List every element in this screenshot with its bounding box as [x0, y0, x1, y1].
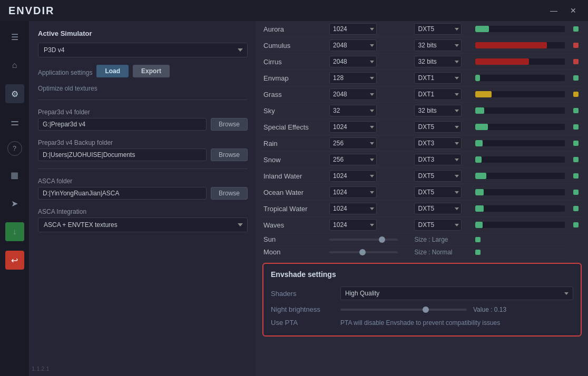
row-label-4: Grass: [260, 86, 326, 103]
divider2: [38, 169, 248, 169]
p3d-folder-row: Browse: [38, 118, 248, 131]
format-select-10[interactable]: DXT5: [414, 186, 462, 198]
export-button[interactable]: Export: [133, 65, 170, 77]
app-title: ENVDIR: [8, 5, 547, 17]
sidebar-icon-display[interactable]: ▦: [5, 165, 24, 184]
p3d-backup-input[interactable]: [38, 149, 207, 161]
envshade-title: Envshade settings: [271, 270, 573, 279]
sun-slider-thumb[interactable]: [379, 236, 385, 243]
moon-size-label: Size : Normal: [411, 246, 472, 259]
night-brightness-slider[interactable]: [340, 309, 467, 311]
shaders-row: Shaders High Quality: [271, 284, 573, 303]
row-label-8: Snow: [260, 152, 326, 168]
size-select-9[interactable]: 1024: [329, 170, 377, 182]
quality-bar-fill-11: [475, 205, 483, 212]
quality-bar-fill-9: [475, 173, 486, 179]
title-bar: ENVDIR — ✕: [0, 0, 588, 21]
size-select-12[interactable]: 1024: [329, 219, 377, 231]
format-select-1[interactable]: 32 bits: [414, 39, 462, 51]
quality-bar-fill-6: [475, 124, 488, 130]
status-dot-9: [573, 173, 579, 179]
quality-bar-bg-6: [475, 124, 565, 130]
size-select-3[interactable]: 128: [329, 72, 377, 84]
quality-bar-fill-12: [475, 222, 483, 228]
row-label-2: Cirrus: [260, 54, 326, 70]
size-select-6[interactable]: 1024: [329, 121, 377, 133]
moon-slider-track[interactable]: [329, 251, 398, 253]
size-select-4[interactable]: 2048: [329, 88, 377, 100]
asca-integration-select[interactable]: ASCA + ENVTEX textures: [38, 217, 248, 232]
p3d-backup-browse-button[interactable]: Browse: [211, 149, 248, 161]
format-select-12[interactable]: DXT5: [414, 219, 462, 231]
night-brightness-thumb[interactable]: [423, 306, 429, 313]
status-dot-11: [573, 206, 579, 211]
quality-bar-bg-0: [475, 26, 565, 32]
format-select-7[interactable]: DXT3: [414, 137, 462, 149]
status-dot-6: [573, 124, 579, 130]
sun-slider-track[interactable]: [329, 239, 398, 241]
size-select-1[interactable]: 2048: [329, 39, 377, 51]
table-row: Snow 256 DXT3: [260, 152, 584, 168]
close-button[interactable]: ✕: [567, 5, 580, 16]
main-layout: ☰ ⌂ ⚙ ⚌ ? ▦ ➤ ↓ ↩ Active Simulator P3D v…: [0, 21, 588, 376]
size-select-0[interactable]: 1024: [329, 23, 377, 35]
use-pta-row: Use PTA PTA will disable Envshade to pre…: [271, 316, 573, 329]
row-label-0: Aurora: [260, 21, 326, 37]
left-panel: Active Simulator P3D v4 Application sett…: [30, 21, 256, 376]
row-label-11: Tropical Water: [260, 201, 326, 217]
size-select-5[interactable]: 32: [329, 105, 377, 116]
sidebar-icon-download[interactable]: ↓: [5, 222, 24, 241]
minimize-button[interactable]: —: [547, 5, 561, 16]
sidebar-icon-home[interactable]: ⌂: [5, 56, 24, 75]
shaders-select[interactable]: High Quality: [340, 286, 573, 300]
size-select-2[interactable]: 2048: [329, 56, 377, 67]
load-button[interactable]: Load: [96, 65, 129, 77]
format-select-2[interactable]: 32 bits: [414, 56, 462, 67]
sidebar-icon-send[interactable]: ➤: [5, 194, 24, 213]
sidebar-icon-equalizer[interactable]: ⚌: [5, 113, 24, 132]
asca-integration-label: ASCA Integration: [38, 208, 248, 215]
row-label-3: Envmap: [260, 70, 326, 86]
optimize-textures-link[interactable]: Optimize old textures: [38, 85, 97, 92]
quality-bar-bg-12: [475, 222, 565, 228]
row-label-12: Waves: [260, 217, 326, 233]
format-select-11[interactable]: DXT5: [414, 203, 462, 214]
pta-note: PTA will disable Envshade to prevent com…: [340, 319, 573, 326]
size-select-10[interactable]: 1024: [329, 186, 377, 198]
size-select-8[interactable]: 256: [329, 154, 377, 165]
sidebar-icon-menu[interactable]: ☰: [5, 27, 24, 46]
quality-bar-fill-1: [475, 42, 547, 48]
active-sim-label: Active Simulator: [38, 29, 248, 37]
format-select-5[interactable]: 32 bits: [414, 105, 462, 116]
p3d-folder-input[interactable]: [38, 118, 207, 131]
quality-bar-fill-10: [475, 189, 483, 195]
table-row: Inland Water 1024 DXT5: [260, 168, 584, 184]
format-select-6[interactable]: DXT5: [414, 121, 462, 133]
format-select-3[interactable]: DXT1: [414, 72, 462, 84]
asca-folder-label: ASCA folder: [38, 177, 248, 185]
size-select-11[interactable]: 1024: [329, 203, 377, 214]
quality-bar-fill-5: [475, 107, 484, 114]
divider1: [38, 100, 248, 100]
format-select-0[interactable]: DXT5: [414, 23, 462, 35]
row-label-10: Ocean Water: [260, 184, 326, 201]
sidebar-icon-help[interactable]: ?: [7, 141, 22, 156]
sun-size-label: Size : Large: [411, 233, 472, 246]
moon-row: Moon Size : Normal: [260, 246, 584, 259]
p3d-browse-button[interactable]: Browse: [211, 118, 248, 131]
quality-bar-fill-3: [475, 75, 480, 81]
format-select-9[interactable]: DXT5: [414, 170, 462, 182]
table-row: Tropical Water 1024 DXT5: [260, 201, 584, 217]
format-select-4[interactable]: DXT1: [414, 88, 462, 100]
quality-bar-fill-7: [475, 140, 483, 146]
format-select-8[interactable]: DXT3: [414, 154, 462, 165]
active-sim-select[interactable]: P3D v4: [38, 43, 248, 57]
asca-folder-input[interactable]: [38, 187, 207, 200]
asca-browse-button[interactable]: Browse: [211, 187, 248, 200]
moon-slider-thumb[interactable]: [359, 249, 366, 255]
sidebar-icon-back[interactable]: ↩: [5, 251, 24, 270]
quality-bar-bg-3: [475, 75, 565, 81]
row-label-7: Rain: [260, 135, 326, 152]
size-select-7[interactable]: 256: [329, 137, 377, 149]
sidebar-icon-settings[interactable]: ⚙: [5, 84, 24, 103]
